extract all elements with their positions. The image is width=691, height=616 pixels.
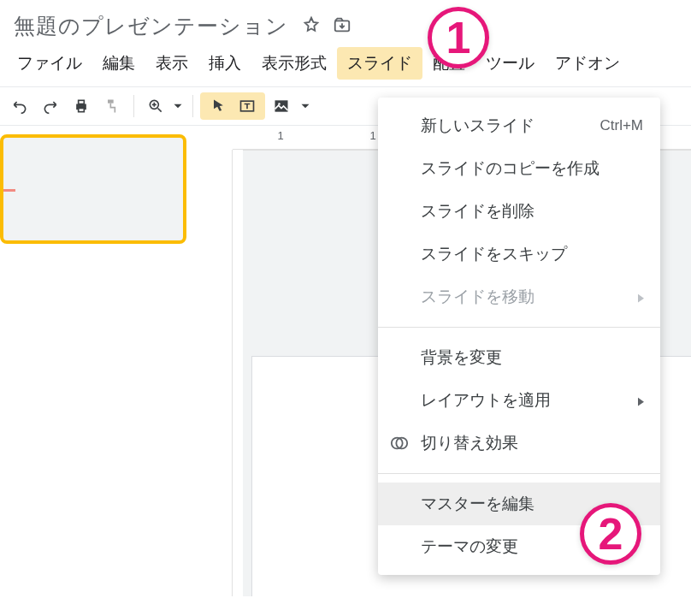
menu-item-label: スライドをスキップ bbox=[421, 243, 567, 265]
menu-item-label: 新しいスライド bbox=[421, 115, 534, 137]
menu-transition[interactable]: 切り替え効果 bbox=[378, 422, 660, 465]
menu-item-label: 切り替え効果 bbox=[421, 432, 518, 454]
title-bar: 無題のプレゼンテーション bbox=[0, 0, 691, 47]
menu-item-label: 背景を変更 bbox=[421, 346, 502, 369]
menu-new-slide[interactable]: 新しいスライド Ctrl+M bbox=[378, 104, 660, 147]
menu-change-background[interactable]: 背景を変更 bbox=[378, 336, 660, 379]
toolbar-separator bbox=[192, 95, 193, 117]
menu-addons[interactable]: アドオン bbox=[545, 47, 630, 80]
menu-item-label: レイアウトを適用 bbox=[421, 389, 551, 412]
menu-item-label: スライドのコピーを作成 bbox=[421, 157, 599, 180]
image-dropdown-icon[interactable] bbox=[298, 92, 313, 120]
svg-rect-4 bbox=[108, 100, 114, 104]
ruler-tick: 1 bbox=[277, 129, 283, 142]
toolbar-separator bbox=[133, 95, 134, 117]
doc-title[interactable]: 無題のプレゼンテーション bbox=[14, 12, 288, 40]
zoom-icon[interactable] bbox=[141, 92, 170, 120]
svg-point-8 bbox=[278, 103, 281, 105]
slide-sidebar bbox=[0, 126, 198, 596]
undo-icon[interactable] bbox=[5, 92, 34, 120]
menu-format[interactable]: 表示形式 bbox=[251, 47, 337, 80]
print-icon[interactable] bbox=[67, 92, 96, 120]
svg-rect-3 bbox=[79, 109, 85, 112]
vertical-ruler bbox=[198, 150, 233, 596]
svg-rect-2 bbox=[79, 100, 85, 104]
redo-icon[interactable] bbox=[36, 92, 65, 120]
menu-separator bbox=[378, 327, 660, 328]
menu-move-slide: スライドを移動 bbox=[378, 275, 660, 318]
menu-item-label: スライドを削除 bbox=[421, 200, 534, 222]
menu-view[interactable]: 表示 bbox=[145, 47, 198, 80]
paint-format-icon[interactable] bbox=[97, 92, 127, 120]
menu-duplicate-slide[interactable]: スライドのコピーを作成 bbox=[378, 147, 660, 190]
shortcut-label: Ctrl+M bbox=[599, 117, 643, 134]
star-icon[interactable] bbox=[302, 15, 321, 38]
menu-item-label: スライドを移動 bbox=[421, 286, 534, 308]
zoom-dropdown-icon[interactable] bbox=[170, 92, 186, 120]
menu-delete-slide[interactable]: スライドを削除 bbox=[378, 190, 660, 233]
move-to-folder-icon[interactable] bbox=[333, 15, 351, 38]
image-icon[interactable] bbox=[267, 92, 296, 120]
menu-insert[interactable]: 挿入 bbox=[198, 47, 251, 80]
menu-item-label: テーマの変更 bbox=[421, 536, 518, 558]
ruler-tick: 1 bbox=[369, 129, 375, 142]
menu-tools[interactable]: ツール bbox=[475, 47, 545, 80]
text-box-icon[interactable] bbox=[233, 92, 262, 120]
transition-icon bbox=[390, 434, 409, 453]
menu-file[interactable]: ファイル bbox=[7, 47, 92, 80]
menu-bar: ファイル 編集 表示 挿入 表示形式 スライド 配置 ツール アドオン bbox=[0, 47, 691, 87]
annotation-badge-2: 2 bbox=[580, 503, 641, 565]
annotation-badge-1: 1 bbox=[428, 7, 489, 68]
menu-edit[interactable]: 編集 bbox=[92, 47, 145, 80]
menu-skip-slide[interactable]: スライドをスキップ bbox=[378, 233, 660, 275]
menu-item-label: マスターを編集 bbox=[421, 493, 534, 515]
menu-separator bbox=[378, 473, 660, 474]
select-tool-group bbox=[200, 92, 265, 120]
menu-slide[interactable]: スライド bbox=[337, 47, 422, 80]
menu-apply-layout[interactable]: レイアウトを適用 bbox=[378, 379, 660, 422]
cursor-icon[interactable] bbox=[204, 92, 233, 120]
slide-thumbnail-1[interactable] bbox=[0, 134, 186, 244]
